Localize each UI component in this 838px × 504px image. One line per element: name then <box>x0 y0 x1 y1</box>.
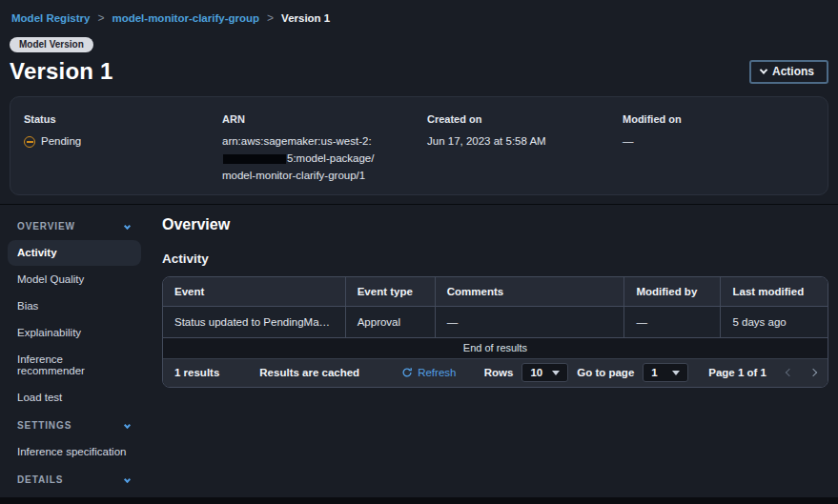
rows-label: Rows <box>484 367 514 378</box>
results-count: 1 results <box>174 367 219 378</box>
redacted-account-id <box>223 154 286 164</box>
chevron-down-icon <box>124 422 131 429</box>
sidebar-item-bias[interactable]: Bias <box>8 293 141 319</box>
sidebar-section-overview[interactable]: OVERVIEW <box>8 212 141 239</box>
column-header-event-type: Event type <box>346 277 436 306</box>
next-page-icon[interactable] <box>809 369 817 376</box>
status-value: Pending <box>24 133 213 151</box>
cell-comments: — <box>436 307 625 337</box>
table-header-row: Event Event type Comments Modified by La… <box>163 277 828 307</box>
summary-card: Status Pending ARN arn:aws:sagemaker:us-… <box>10 96 828 195</box>
actions-button[interactable]: Actions <box>749 60 828 84</box>
breadcrumb-link-model-registry[interactable]: Model Registry <box>11 12 90 24</box>
created-on-label: Created on <box>427 113 613 125</box>
sidebar-section-details[interactable]: DETAILS <box>8 466 141 493</box>
page-status: Page 1 of 1 <box>708 367 766 378</box>
bottom-bar <box>0 497 838 504</box>
refresh-icon <box>401 367 413 378</box>
caret-down-icon <box>672 371 680 375</box>
table-row[interactable]: Status updated to PendingManualAp... App… <box>163 307 828 338</box>
page-title: Version 1 <box>10 58 113 85</box>
main-panel: Overview Activity Event Event type Comme… <box>162 212 828 504</box>
cell-event-type: Approval <box>346 307 436 337</box>
column-header-comments: Comments <box>436 277 625 306</box>
goto-page-label: Go to page <box>577 367 634 378</box>
breadcrumb-link-model-group[interactable]: model-monitor-clarify-group <box>112 12 259 24</box>
modified-on-label: Modified on <box>623 113 805 125</box>
breadcrumb-separator: > <box>97 11 104 25</box>
chevron-down-icon <box>760 66 767 73</box>
arn-value: arn:aws:sagemaker:us-west-2:5:model-pack… <box>222 133 378 184</box>
table-footer: 1 results Results are cached Refresh Row… <box>163 359 828 387</box>
activity-section-title: Activity <box>162 252 828 266</box>
breadcrumb: Model Registry > model-monitor-clarify-g… <box>10 10 828 25</box>
chevron-down-icon <box>124 223 131 230</box>
model-version-badge: Model Version <box>10 37 93 52</box>
modified-on-value: — <box>623 133 805 151</box>
cache-note: Results are cached <box>259 367 359 378</box>
sidebar-section-settings[interactable]: SETTINGS <box>8 412 141 438</box>
caret-down-icon <box>552 371 560 375</box>
column-header-modified-by: Modified by <box>624 277 721 306</box>
cell-last-modified: 5 days ago <box>721 307 828 337</box>
sidebar-item-inference-recommender[interactable]: Inference recommender <box>8 347 141 384</box>
sidebar-item-activity[interactable]: Activity <box>8 240 141 266</box>
actions-button-label: Actions <box>772 65 814 78</box>
previous-page-icon[interactable] <box>786 369 793 376</box>
sidebar-item-inference-specification[interactable]: Inference specification <box>8 439 141 465</box>
goto-page-select[interactable]: 1 <box>643 363 688 382</box>
column-header-last-modified: Last modified <box>721 277 828 306</box>
breadcrumb-separator: > <box>267 11 274 25</box>
arn-label: ARN <box>222 113 418 125</box>
cell-event: Status updated to PendingManualAp... <box>163 307 346 337</box>
chevron-down-icon <box>124 476 131 483</box>
end-of-results-message: End of results <box>163 338 828 359</box>
rows-per-page-select[interactable]: 10 <box>521 363 568 382</box>
page-header: Model Registry > model-monitor-clarify-g… <box>0 0 838 195</box>
overview-title: Overview <box>162 216 828 233</box>
pending-status-icon <box>24 136 35 148</box>
cell-modified-by: — <box>624 307 721 337</box>
sidebar-item-load-test[interactable]: Load test <box>8 385 141 411</box>
sidebar-item-model-quality[interactable]: Model Quality <box>8 267 141 292</box>
activity-table: Event Event type Comments Modified by La… <box>162 276 828 388</box>
column-header-event: Event <box>163 277 346 306</box>
created-on-value: Jun 17, 2023 at 5:58 AM <box>427 133 613 151</box>
refresh-button[interactable]: Refresh <box>401 367 456 378</box>
sidebar-item-explainability[interactable]: Explainability <box>8 320 141 346</box>
breadcrumb-current: Version 1 <box>281 12 330 24</box>
sidebar: OVERVIEW Activity Model Quality Bias Exp… <box>8 212 141 504</box>
status-label: Status <box>24 113 213 125</box>
